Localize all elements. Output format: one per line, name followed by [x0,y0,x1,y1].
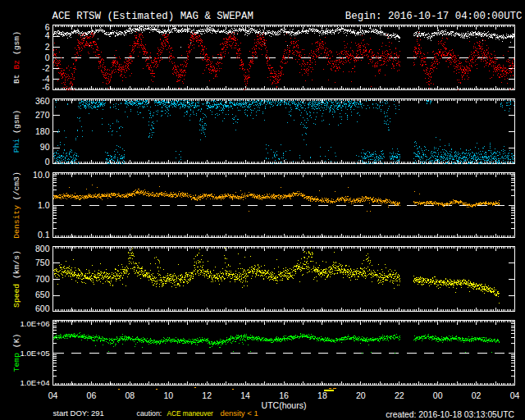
svg-text:14: 14 [240,390,250,400]
svg-text:180: 180 [35,126,50,136]
svg-text:density < 1: density < 1 [221,409,258,418]
svg-text:ACE maneuver: ACE maneuver [167,409,213,418]
svg-text:18: 18 [317,390,327,400]
svg-text:800: 800 [35,244,50,253]
svg-text:ACE RTSW (Estimated) MAG & SWE: ACE RTSW (Estimated) MAG & SWEPAM [52,11,253,22]
svg-text:Speed (km/s): Speed (km/s) [12,250,21,308]
svg-text:UTC(hours): UTC(hours) [262,400,307,410]
svg-text:16: 16 [279,390,289,400]
svg-text:00: 00 [433,390,443,400]
svg-text:10.0: 10.0 [33,170,50,180]
svg-text:06: 06 [87,390,97,400]
svg-text:1.0E+06: 1.0E+06 [20,319,49,328]
svg-text:02: 02 [472,390,482,400]
svg-text:1.0: 1.0 [38,200,50,210]
svg-text:20: 20 [356,390,366,400]
svg-text:Bt Bz (gsm): Bt Bz (gsm) [12,31,21,84]
svg-text:700: 700 [35,274,50,284]
svg-text:Begin: 2016-10-17 04:00:00UTC: Begin: 2016-10-17 04:00:00UTC [345,11,523,22]
svg-text:22: 22 [395,390,404,400]
svg-text:08: 08 [125,390,135,400]
svg-text:start DOY: 291: start DOY: 291 [53,409,104,418]
svg-text:750: 750 [35,258,50,267]
svg-text:1.0E+04: 1.0E+04 [20,378,50,387]
svg-text:caution:: caution: [137,409,162,418]
svg-text:0: 0 [45,157,50,167]
svg-text:90: 90 [40,142,50,152]
svg-text:-6: -6 [42,82,49,92]
svg-text:created: 2016-10-18 03:13:05UT: created: 2016-10-18 03:13:05UTC [386,410,514,419]
svg-text:2: 2 [45,42,50,52]
svg-text:0.1: 0.1 [38,230,50,240]
svg-text:Density (/cm3): Density (/cm3) [12,171,21,238]
svg-text:0: 0 [45,52,50,62]
svg-text:12: 12 [202,390,212,400]
svg-text:600: 600 [35,304,50,313]
svg-text:04: 04 [48,390,58,400]
svg-text:10: 10 [163,390,173,400]
svg-text:1.0E+05: 1.0E+05 [20,349,49,358]
svg-text:Temp (K): Temp (K) [12,334,21,372]
svg-text:360: 360 [35,96,50,106]
svg-text:270: 270 [35,110,50,120]
svg-text:04: 04 [510,390,520,400]
svg-text:Phi (gsm): Phi (gsm) [12,110,21,153]
svg-text:4: 4 [45,30,50,40]
svg-text:650: 650 [35,290,50,299]
svg-text:-2: -2 [42,63,49,73]
